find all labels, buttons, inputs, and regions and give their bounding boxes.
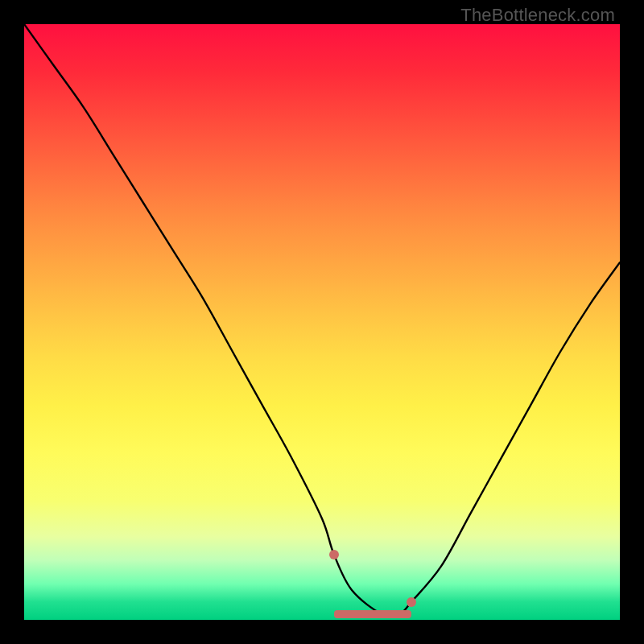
bottleneck-curve: [24, 24, 620, 616]
curve-svg: [24, 24, 620, 620]
highlight-band: [334, 610, 411, 618]
highlight-dot-right: [407, 597, 416, 607]
chart-frame: TheBottleneck.com: [0, 0, 644, 644]
watermark: TheBottleneck.com: [460, 5, 615, 26]
plot-area: [24, 24, 620, 620]
highlight-dot-left: [329, 550, 339, 559]
